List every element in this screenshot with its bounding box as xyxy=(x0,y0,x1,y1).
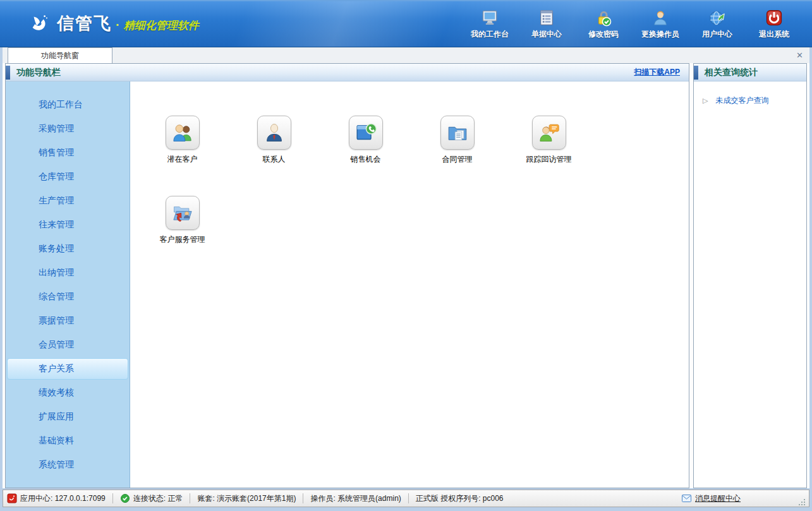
brand-dot: · xyxy=(116,18,120,32)
accent-bar xyxy=(6,66,10,80)
sidebar-item-partners[interactable]: 往来管理 xyxy=(6,213,130,237)
sidebar-item-production[interactable]: 生产管理 xyxy=(6,189,130,213)
toolbar-change-password[interactable]: 修改密码 xyxy=(579,8,627,40)
module-sales-opportunity[interactable]: 销售机会 xyxy=(320,116,411,165)
query-panel-title: 相关查询统计 xyxy=(705,67,758,78)
brand-tagline: 精细化管理软件 xyxy=(124,18,199,33)
app-button xyxy=(166,196,200,230)
license-status: 正式版 授权序列号: pc006 xyxy=(416,493,504,504)
contract-management-icon xyxy=(446,121,469,144)
scan-download-app-link[interactable]: 扫描下载APP xyxy=(634,67,680,78)
operator-status: 操作员: 系统管理员(admin) xyxy=(310,493,401,504)
sidebar-item-sales[interactable]: 销售管理 xyxy=(6,141,130,165)
app-button xyxy=(166,116,200,150)
module-label: 联系人 xyxy=(263,154,286,165)
module-follow-up-management[interactable]: 跟踪回访管理 xyxy=(503,116,595,165)
sidebar: 我的工作台 采购管理 销售管理 仓库管理 生产管理 往来管理 账务处理 出纳管理… xyxy=(6,81,130,488)
app-button xyxy=(349,116,383,150)
customer-service-management-icon xyxy=(171,201,194,224)
app-logo-small-icon xyxy=(7,493,17,503)
document-list-icon xyxy=(537,8,556,27)
toolbar-exit-system[interactable]: 退出系统 xyxy=(750,8,798,40)
toolbar-label: 单据中心 xyxy=(531,29,562,40)
license-text: 正式版 授权序列号: pc006 xyxy=(416,493,504,504)
toolbar-switch-operator[interactable]: 更换操作员 xyxy=(636,8,684,40)
navigation-panel-title: 功能导航栏 xyxy=(16,67,61,78)
app-button xyxy=(440,116,475,150)
connection-ok-icon xyxy=(120,493,130,503)
divider xyxy=(408,493,409,503)
app-logo-icon xyxy=(28,12,52,36)
toolbar-my-workbench[interactable]: 我的工作台 xyxy=(466,8,514,40)
query-item-unclosed-customers[interactable]: ▷ 未成交客户查询 xyxy=(703,95,800,106)
connection-status: 连接状态: 正常 xyxy=(120,493,183,504)
toolbar-label: 用户中心 xyxy=(702,29,732,40)
divider xyxy=(112,493,113,503)
navigation-panel-header: 功能导航栏 扫描下载APP xyxy=(6,64,689,81)
divider xyxy=(190,493,190,503)
account-text: 账套: 演示账套(2017年第1期) xyxy=(197,493,296,504)
sidebar-item-warehouse[interactable]: 仓库管理 xyxy=(6,165,130,189)
module-potential-customers[interactable]: 潜在客户 xyxy=(136,116,228,165)
envelope-icon xyxy=(681,494,692,503)
navigation-panel: 功能导航栏 扫描下载APP 我的工作台 采购管理 销售管理 仓库管理 生产管理 … xyxy=(5,63,689,488)
toolbar-label: 我的工作台 xyxy=(471,29,509,40)
sidebar-item-members[interactable]: 会员管理 xyxy=(6,333,130,357)
toolbar-label: 更换操作员 xyxy=(641,29,679,40)
module-contract-management[interactable]: 合同管理 xyxy=(411,116,503,165)
app-center-status: 应用中心: 127.0.0.1:7099 xyxy=(7,493,106,504)
tab-strip: 功能导航窗 ✕ xyxy=(3,47,809,63)
sidebar-item-performance[interactable]: 绩效考核 xyxy=(6,381,130,405)
toolbar-document-center[interactable]: 单据中心 xyxy=(523,8,571,40)
sidebar-item-extensions[interactable]: 扩展应用 xyxy=(6,405,130,429)
user-center-globe-icon xyxy=(708,8,727,27)
password-lock-icon xyxy=(594,8,613,27)
module-icon-area: 潜在客户 联系人 xyxy=(130,81,689,488)
message-center-link[interactable]: 消息提醒中心 xyxy=(695,493,741,504)
triangle-right-icon: ▷ xyxy=(703,97,708,105)
module-label: 合同管理 xyxy=(442,154,473,165)
tab-function-navigation[interactable]: 功能导航窗 xyxy=(8,47,112,63)
sidebar-item-comprehensive[interactable]: 综合管理 xyxy=(6,285,130,309)
sidebar-item-accounting[interactable]: 账务处理 xyxy=(6,237,130,261)
module-contact-person[interactable]: 联系人 xyxy=(228,116,320,165)
sales-opportunity-icon xyxy=(354,121,377,144)
top-banner: 信管飞 · 精细化管理软件 我的工作台 单据中心 xyxy=(0,0,812,47)
message-center[interactable]: 消息提醒中心 xyxy=(681,493,741,504)
module-label: 潜在客户 xyxy=(167,154,198,165)
status-bar: 应用中心: 127.0.0.1:7099 连接状态: 正常 账套: 演示账套(2… xyxy=(3,490,809,507)
account-set-status: 账套: 演示账套(2017年第1期) xyxy=(197,493,296,504)
contact-person-icon xyxy=(263,121,286,144)
connection-text: 连接状态: 正常 xyxy=(133,493,183,504)
app-button xyxy=(257,116,291,150)
brand: 信管飞 · 精细化管理软件 xyxy=(28,12,199,36)
module-label: 客户服务管理 xyxy=(160,234,205,245)
sidebar-item-purchase[interactable]: 采购管理 xyxy=(6,117,130,141)
module-label: 跟踪回访管理 xyxy=(526,154,572,165)
sidebar-item-system[interactable]: 系统管理 xyxy=(6,453,130,477)
sidebar-item-basic-data[interactable]: 基础资料 xyxy=(6,429,130,453)
sidebar-item-my-workbench[interactable]: 我的工作台 xyxy=(6,93,130,117)
accent-bar xyxy=(694,66,698,80)
sidebar-item-customer-relations[interactable]: 客户关系 xyxy=(7,358,128,380)
module-customer-service-management[interactable]: 客户服务管理 xyxy=(136,196,228,245)
app-center-text: 应用中心: 127.0.0.1:7099 xyxy=(20,493,106,504)
toolbar-label: 退出系统 xyxy=(759,29,789,40)
resize-grip[interactable] xyxy=(797,498,806,507)
follow-up-management-icon xyxy=(538,121,561,144)
module-label: 销售机会 xyxy=(351,154,381,165)
divider xyxy=(303,493,303,503)
sidebar-item-cashier[interactable]: 出纳管理 xyxy=(6,261,130,285)
sidebar-item-bills[interactable]: 票据管理 xyxy=(6,309,130,333)
close-icon[interactable]: ✕ xyxy=(796,51,803,60)
potential-customers-icon xyxy=(171,121,194,144)
switch-operator-icon xyxy=(651,8,670,27)
query-panel-header: 相关查询统计 xyxy=(694,64,806,81)
exit-power-icon xyxy=(765,8,784,27)
top-toolbar: 我的工作台 单据中心 修改密码 xyxy=(466,8,798,40)
toolbar-label: 修改密码 xyxy=(588,29,619,40)
operator-text: 操作员: 系统管理员(admin) xyxy=(310,493,401,504)
toolbar-user-center[interactable]: 用户中心 xyxy=(693,8,741,40)
app-button xyxy=(532,116,566,150)
workbench-monitor-icon xyxy=(480,8,499,27)
